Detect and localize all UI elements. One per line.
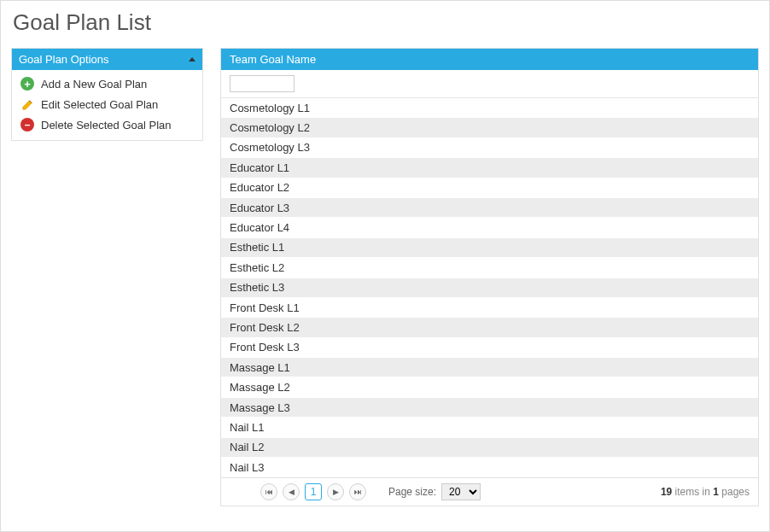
table-row[interactable]: Nail L2	[221, 438, 758, 458]
table-row[interactable]: Front Desk L3	[221, 338, 758, 358]
add-goal-plan-option[interactable]: Add a New Goal Plan	[15, 73, 199, 94]
option-label: Edit Selected Goal Plan	[41, 98, 158, 111]
grid-pager: ⏮ ◀ 1 ▶ ⏭ Page size: 20 19 items in 1 pa…	[221, 477, 758, 506]
table-row[interactable]: Esthetic L3	[221, 278, 758, 298]
table-row[interactable]: Nail L1	[221, 418, 758, 437]
pager-current-page[interactable]: 1	[305, 483, 322, 500]
grid-filter-row	[221, 70, 758, 98]
add-icon	[20, 77, 34, 91]
sidebar: Goal Plan Options Add a New Goal Plan Ed…	[11, 48, 203, 506]
table-row[interactable]: Educator L1	[221, 158, 758, 178]
collapse-icon	[189, 57, 195, 61]
delete-icon	[20, 118, 34, 132]
table-row[interactable]: Cosmetology L3	[221, 138, 758, 158]
table-row[interactable]: Esthetic L2	[221, 258, 758, 278]
sidebar-panel-header[interactable]: Goal Plan Options	[12, 49, 202, 70]
pager-summary: 19 items in 1 pages	[661, 486, 750, 498]
page-size-select[interactable]: 20	[441, 483, 481, 500]
table-row[interactable]: Massage L3	[221, 398, 758, 418]
edit-icon	[20, 97, 34, 111]
option-label: Add a New Goal Plan	[41, 78, 147, 91]
table-row[interactable]: Educator L2	[221, 178, 758, 198]
table-row[interactable]: Educator L4	[221, 218, 758, 237]
table-row[interactable]: Esthetic L1	[221, 238, 758, 258]
table-row[interactable]: Massage L1	[221, 358, 758, 377]
page-title: Goal Plan List	[13, 9, 759, 36]
table-row[interactable]: Cosmetology L2	[221, 118, 758, 137]
sidebar-header-label: Goal Plan Options	[19, 53, 109, 66]
goal-plan-grid: Team Goal Name Cosmetology L1Cosmetology…	[220, 48, 759, 506]
page-size-label: Page size:	[388, 486, 436, 498]
grid-filter-input[interactable]	[230, 75, 295, 92]
table-row[interactable]: Front Desk L1	[221, 298, 758, 318]
table-row[interactable]: Cosmetology L1	[221, 98, 758, 118]
table-row[interactable]: Massage L2	[221, 377, 758, 397]
pager-prev-button[interactable]: ◀	[283, 483, 300, 500]
table-row[interactable]: Front Desk L2	[221, 318, 758, 337]
table-row[interactable]: Educator L3	[221, 198, 758, 218]
table-row[interactable]: Nail L3	[221, 458, 758, 477]
option-label: Delete Selected Goal Plan	[41, 119, 171, 132]
pager-first-button[interactable]: ⏮	[260, 483, 277, 500]
pager-next-button[interactable]: ▶	[327, 483, 344, 500]
edit-goal-plan-option[interactable]: Edit Selected Goal Plan	[15, 94, 199, 114]
grid-body: Cosmetology L1Cosmetology L2Cosmetology …	[221, 98, 758, 477]
pager-last-button[interactable]: ⏭	[349, 483, 366, 500]
delete-goal-plan-option[interactable]: Delete Selected Goal Plan	[15, 114, 199, 135]
grid-column-header[interactable]: Team Goal Name	[221, 49, 758, 70]
